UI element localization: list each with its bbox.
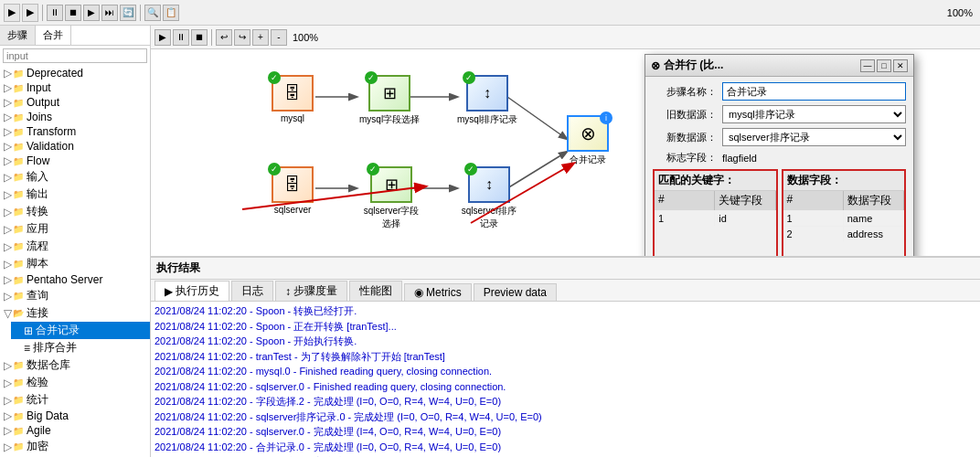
expand-icon: ▷ <box>4 154 13 167</box>
toolbar-icon-5[interactable]: 🔄 <box>120 5 136 21</box>
dialog-close-btn[interactable]: ✕ <box>893 59 908 72</box>
tree-item-merge-record[interactable]: ⊞ 合并记录 <box>11 322 150 339</box>
tree-item-deprecated[interactable]: ▷ 📁 Deprecated <box>0 66 150 80</box>
node-label: sqlserver <box>274 205 312 215</box>
tree-item-datawarehouse[interactable]: ▷ 📁 数据仓库 <box>0 356 150 374</box>
dialog-maximize-btn[interactable]: □ <box>877 59 891 72</box>
step-name-input[interactable] <box>722 82 906 101</box>
node-sqlserver-select[interactable]: ✓ ⊞ sqlserver字段选择 <box>359 166 423 230</box>
tree-item-transform-zh[interactable]: ▷ 📁 转换 <box>0 203 150 220</box>
tree-label: 应用 <box>27 221 48 237</box>
toolbar-icon-6[interactable]: 🔍 <box>144 5 161 21</box>
tree-item-output[interactable]: ▷ 📁 Output <box>0 95 150 110</box>
dialog-body: 步骤名称： 旧数据源： mysql排序记录 新数据源： sqlserver排序记… <box>645 77 913 256</box>
select-icon: ⊞ <box>383 83 397 103</box>
node-sqlserver-sort[interactable]: ✓ ↕ sqlserver排序记录 <box>457 166 521 230</box>
toolbar-icon-4[interactable]: ⏭ <box>101 5 118 21</box>
node-sqlserver[interactable]: ✓ 🗄 sqlserver <box>272 166 314 215</box>
tree-item-flow[interactable]: ▷ 📁 Flow <box>0 154 150 168</box>
tree-item-connect[interactable]: ▽ 📂 连接 <box>0 304 150 322</box>
node-mysql-select[interactable]: ✓ ⊞ mysql字段选择 <box>359 75 420 126</box>
tree-item-sort-merge[interactable]: ≡ 排序合并 <box>11 339 150 356</box>
toolbar-icon-3[interactable]: ▶ <box>83 5 100 21</box>
tree-label: Joins <box>27 111 52 123</box>
toolbar-btn-open[interactable]: ▶ <box>22 4 38 22</box>
toolbar-icon-1[interactable]: ⏸ <box>47 5 63 21</box>
folder-icon: 📂 <box>13 308 24 318</box>
check-badge: ✓ <box>463 71 475 84</box>
row-field: address <box>844 227 904 241</box>
pause-btn[interactable]: ⏸ <box>173 29 189 46</box>
tree-item-pentaho[interactable]: ▷ 📁 Pentaho Server <box>0 272 150 287</box>
tree-item-apply[interactable]: ▷ 📁 应用 <box>0 220 150 238</box>
tree-item-query[interactable]: ▷ 📁 查询 <box>0 287 150 304</box>
log-line: 2021/08/24 11:02:20 - sqlserver排序记录.0 - … <box>154 409 976 425</box>
tree-item-script[interactable]: ▷ 📁 脚本 <box>0 255 150 272</box>
sidebar-search-input[interactable] <box>3 48 147 63</box>
tree-label: Input <box>27 81 51 94</box>
node-mysql[interactable]: ✓ 🗄 mysql <box>272 75 314 123</box>
tree-item-encrypt[interactable]: ▷ 📁 加密 <box>0 438 150 455</box>
col-field: 关键字段 <box>715 191 775 210</box>
row-field: id <box>715 211 775 226</box>
stop-btn[interactable]: ⏹ <box>191 29 208 46</box>
expand-icon: ▽ <box>4 307 13 320</box>
tree-label: Transform <box>27 125 76 138</box>
flag-value: flagfield <box>722 153 906 164</box>
redo-btn[interactable]: ↪ <box>234 29 250 46</box>
tab-log[interactable]: 日志 <box>231 281 273 301</box>
toolbar-btn-new[interactable]: ▶ <box>4 4 20 22</box>
sidebar-tab-merge[interactable]: 合并 <box>36 26 71 45</box>
check-badge: ✓ <box>365 71 378 84</box>
col-num: # <box>655 191 715 210</box>
key-table-row[interactable]: 1 id <box>655 210 776 226</box>
sort-icon: ↕ <box>484 85 491 101</box>
row-num: 1 <box>655 211 715 226</box>
toolbar-icon-2[interactable]: ⏹ <box>65 5 81 21</box>
zoom-out-btn[interactable]: - <box>271 29 287 46</box>
data-table-row-1[interactable]: 1 name <box>783 210 905 226</box>
expand-icon: ▷ <box>4 96 13 109</box>
expand-icon: ▷ <box>4 441 13 453</box>
node-label: sqlserver字段选择 <box>359 205 423 230</box>
tab-history[interactable]: ▶ 执行历史 <box>154 281 229 301</box>
tree-item-process[interactable]: ▷ 📁 流程 <box>0 238 150 255</box>
tree-item-stats[interactable]: ▷ 📁 统计 <box>0 391 150 409</box>
node-mysql-sort[interactable]: ✓ ↕ mysql排序记录 <box>457 75 517 126</box>
tree-item-validation[interactable]: ▷ 📁 Validation <box>0 139 150 154</box>
sidebar-tab-steps[interactable]: 步骤 <box>0 26 36 45</box>
zoom-in-btn[interactable]: + <box>252 29 269 46</box>
log-line: 2021/08/24 11:02:20 - Spoon - 正在开转换 [tra… <box>154 319 976 335</box>
node-label: 合并记录 <box>570 154 606 166</box>
play-btn[interactable]: ▶ <box>154 29 171 46</box>
tree-item-agile[interactable]: ▷ 📁 Agile <box>0 423 150 438</box>
tree-label: 流程 <box>27 239 48 254</box>
sidebar-header: 步骤 合并 <box>0 26 150 46</box>
workflow-canvas[interactable]: ✓ 🗄 mysql ✓ ⊞ mysql字段选择 ✓ ↕ mysql排序记 <box>151 49 980 256</box>
tree-item-check[interactable]: ▷ 📁 检验 <box>0 374 150 391</box>
old-source-select[interactable]: mysql排序记录 <box>722 105 906 123</box>
tab-perf[interactable]: 性能图 <box>349 281 402 301</box>
data-table-row-2[interactable]: 2 address <box>783 226 905 241</box>
toolbar-icon-7[interactable]: 📋 <box>163 5 179 21</box>
folder-icon: 📁 <box>13 83 24 93</box>
merge-icon: ⊞ <box>24 324 33 337</box>
tab-metrics[interactable]: ◉ Metrics <box>404 283 472 301</box>
tab-preview[interactable]: Preview data <box>474 283 557 301</box>
tree-item-output-zh[interactable]: ▷ 📁 输出 <box>0 186 150 203</box>
folder-icon: 📁 <box>13 259 24 269</box>
new-source-select[interactable]: sqlserver排序记录 <box>722 128 906 146</box>
undo-btn[interactable]: ↩ <box>216 29 232 46</box>
check-badge: ✓ <box>268 71 281 84</box>
bottom-panel: 执行结果 ▶ 执行历史 日志 ↕ 步骤度量 性能图 ◉ Metr <box>151 256 980 457</box>
tree-item-bigdata[interactable]: ▷ 📁 Big Data <box>0 409 150 423</box>
tab-steps[interactable]: ↕ 步骤度量 <box>275 281 347 301</box>
dialog-minimize-btn[interactable]: — <box>860 59 875 72</box>
node-merge-record[interactable]: i ⊗ 合并记录 <box>567 115 609 166</box>
sort-icon: ≡ <box>24 342 30 355</box>
tree-item-input[interactable]: ▷ 📁 Input <box>0 80 150 95</box>
check-badge: ✓ <box>268 163 281 175</box>
tree-item-transform[interactable]: ▷ 📁 Transform <box>0 124 150 139</box>
tree-item-input-zh[interactable]: ▷ 📁 输入 <box>0 168 150 186</box>
tree-item-joins[interactable]: ▷ 📁 Joins <box>0 110 150 124</box>
